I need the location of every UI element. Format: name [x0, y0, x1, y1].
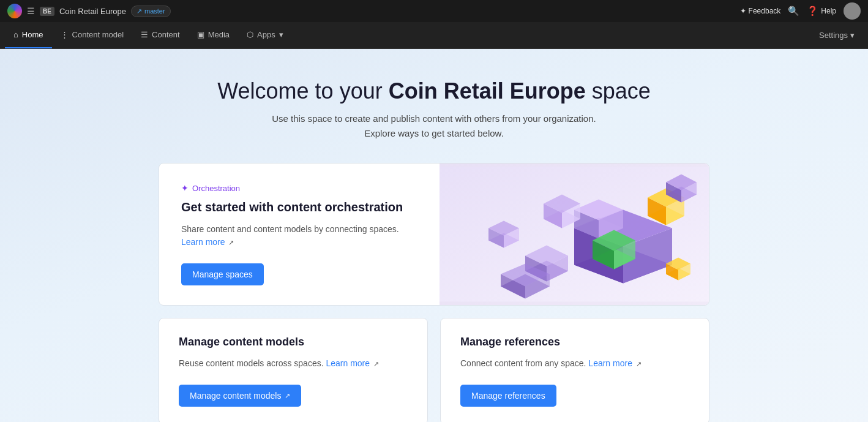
- external-link-icon: ↗: [228, 239, 234, 246]
- external-link-icon-2: ↗: [373, 360, 379, 367]
- content-models-card: Manage content models Reuse content mode…: [159, 318, 428, 422]
- sparkle-icon: ✦: [740, 7, 746, 15]
- orchestration-tag: ✦ Orchestration: [181, 183, 417, 193]
- nav-right: Settings ▾: [810, 22, 863, 48]
- orchestration-desc: Share content and content models by conn…: [181, 223, 417, 249]
- space-name: Coin Retail Europe: [59, 7, 126, 16]
- home-icon: ⌂: [13, 30, 18, 39]
- settings-button[interactable]: Settings ▾: [810, 31, 863, 40]
- nav-content-model[interactable]: ⋮ Content model: [52, 22, 133, 48]
- references-learn-more-link[interactable]: Learn more: [588, 358, 632, 368]
- references-title: Manage references: [460, 336, 689, 349]
- cubes-svg: [440, 164, 709, 305]
- references-card: Manage references Connect content from a…: [440, 318, 709, 422]
- branch-selector[interactable]: ↗ master: [131, 6, 171, 17]
- orchestration-card: ✦ Orchestration Get started with content…: [159, 163, 709, 306]
- branch-icon: ↗: [137, 7, 142, 15]
- nav-home[interactable]: ⌂ Home: [5, 22, 52, 48]
- sparkle-tag-icon: ✦: [181, 183, 189, 193]
- main-content: Welcome to your Coin Retail Europe space…: [0, 49, 868, 422]
- help-button[interactable]: ❓ Help: [807, 6, 836, 17]
- help-circle-icon: ❓: [807, 6, 818, 17]
- manage-spaces-button[interactable]: Manage spaces: [181, 263, 264, 285]
- hamburger-icon[interactable]: ☰: [27, 6, 35, 16]
- content-models-learn-more-link[interactable]: Learn more: [326, 358, 370, 368]
- orchestration-learn-more-link[interactable]: Learn more: [181, 237, 225, 247]
- bottom-cards: Manage content models Reuse content mode…: [159, 318, 709, 422]
- content-model-icon: ⋮: [61, 30, 69, 39]
- orchestration-title: Get started with content orchestration: [181, 200, 417, 214]
- apps-icon: ⬡: [247, 30, 253, 39]
- manage-references-button[interactable]: Manage references: [460, 385, 556, 407]
- topbar: ☰ BE Coin Retail Europe ↗ master ✦ Feedb…: [0, 0, 868, 22]
- content-icon: ☰: [141, 30, 148, 39]
- apps-dropdown-icon: ▾: [279, 30, 283, 39]
- main-nav: ⌂ Home ⋮ Content model ☰ Content ▣ Media…: [0, 22, 868, 49]
- external-btn-icon: ↗: [285, 392, 290, 400]
- orchestration-left: ✦ Orchestration Get started with content…: [159, 164, 440, 305]
- branch-label: master: [144, 7, 165, 15]
- search-button[interactable]: 🔍: [788, 6, 799, 17]
- nav-apps[interactable]: ⬡ Apps ▾: [238, 22, 292, 48]
- settings-dropdown-icon: ▾: [850, 31, 855, 40]
- manage-content-models-button[interactable]: Manage content models ↗: [179, 385, 301, 407]
- media-icon: ▣: [197, 30, 204, 39]
- hero-subtitle: Use this space to create and publish con…: [272, 111, 596, 141]
- space-badge: BE: [40, 7, 54, 16]
- nav-content[interactable]: ☰ Content: [132, 22, 189, 48]
- content-models-title: Manage content models: [179, 336, 408, 349]
- feedback-button[interactable]: ✦ Feedback: [740, 7, 781, 15]
- orchestration-illustration: [440, 164, 709, 305]
- nav-media[interactable]: ▣ Media: [189, 22, 238, 48]
- contentful-logo: [7, 4, 22, 18]
- external-link-icon-3: ↗: [636, 360, 642, 367]
- hero-title: Welcome to your Coin Retail Europe space: [217, 78, 651, 104]
- content-models-desc: Reuse content models across spaces. Lear…: [179, 357, 408, 370]
- user-avatar[interactable]: [844, 2, 861, 20]
- topbar-right: ✦ Feedback 🔍 ❓ Help: [740, 2, 861, 20]
- cards-container: ✦ Orchestration Get started with content…: [159, 163, 709, 422]
- references-desc: Connect content from any space. Learn mo…: [460, 357, 689, 370]
